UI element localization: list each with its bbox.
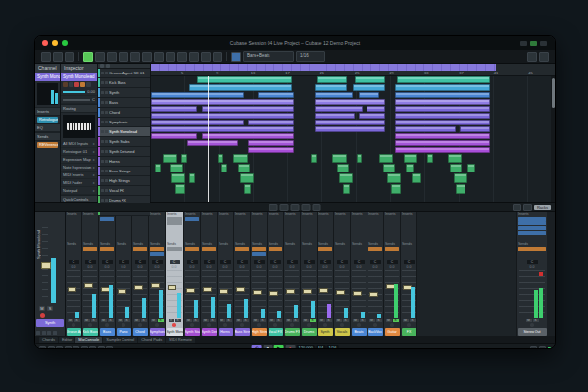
channel-fader[interactable] — [167, 270, 182, 318]
tab-midi-remote[interactable]: MIDI Remote — [166, 337, 195, 343]
mixer-channel[interactable]: InsertsSendsC0.0MSBeats — [351, 212, 368, 336]
inspector-row-expression-map[interactable]: Expression Map▸ — [61, 156, 97, 164]
channel-eq-header[interactable]: EQ — [35, 123, 60, 132]
channel-fader[interactable] — [185, 270, 199, 318]
track-lane[interactable] — [151, 120, 555, 126]
solo-button[interactable]: S — [276, 318, 282, 323]
solo-button[interactable] — [105, 111, 108, 114]
midi-event[interactable] — [202, 106, 295, 112]
track-row[interactable]: Synth — [98, 88, 150, 98]
insert-slot[interactable] — [518, 217, 546, 220]
quantize-select[interactable]: 1/16 — [296, 51, 325, 62]
mixer-channel[interactable]: InsertsSendsC0.0MSSynth — [318, 212, 334, 336]
record-enable-button[interactable] — [357, 323, 361, 327]
channel-fader[interactable] — [235, 270, 249, 318]
send-slot[interactable] — [202, 247, 216, 251]
fader-cap[interactable] — [134, 285, 143, 290]
mute-button[interactable]: M — [151, 318, 157, 323]
record-enable-button[interactable] — [340, 323, 344, 327]
inspector-track-label[interactable]: Synth Monolead — [61, 74, 97, 81]
track-row[interactable]: Chord — [98, 108, 150, 118]
send-slot[interactable] — [318, 247, 332, 251]
midi-event[interactable] — [353, 84, 385, 91]
solo-button[interactable]: S — [210, 318, 216, 323]
fader-cap[interactable] — [186, 288, 195, 293]
midi-event[interactable] — [151, 92, 244, 98]
channel-name-label[interactable]: Drums — [302, 328, 317, 336]
track-lane[interactable] — [151, 99, 555, 106]
mute-button[interactable] — [63, 82, 68, 87]
solo-button[interactable]: S — [124, 318, 130, 323]
fader-cap[interactable] — [369, 292, 378, 297]
track-lane[interactable] — [151, 76, 555, 84]
track-lane[interactable] — [151, 140, 555, 147]
solo-button[interactable] — [69, 82, 74, 87]
send-slot[interactable] — [252, 247, 266, 251]
channel-fader[interactable] — [100, 270, 114, 318]
send-slot[interactable] — [269, 247, 282, 251]
solo-button[interactable] — [105, 199, 108, 202]
mute-button[interactable]: M — [369, 318, 375, 323]
solo-button[interactable]: S — [393, 318, 399, 323]
solo-button[interactable]: S — [141, 318, 147, 323]
tab-mixconsole[interactable]: MixConsole — [75, 337, 102, 343]
punch-out-icon[interactable] — [89, 346, 96, 350]
send-slot[interactable] — [385, 247, 399, 251]
mixer-prev-icon[interactable] — [280, 204, 289, 211]
mute-button[interactable]: M — [203, 318, 209, 323]
volume-slider[interactable] — [63, 91, 85, 93]
track-lane[interactable] — [151, 133, 555, 140]
midi-event[interactable] — [197, 76, 292, 83]
midi-event[interactable] — [367, 106, 385, 112]
record-enable-button[interactable] — [273, 323, 277, 327]
mixer-visibility-icon[interactable] — [513, 204, 521, 211]
fader-cap[interactable] — [220, 289, 228, 294]
midi-event[interactable] — [175, 184, 185, 194]
solo-button[interactable]: S — [293, 318, 299, 323]
record-enable-button[interactable] — [323, 323, 327, 327]
history-icon[interactable] — [53, 52, 63, 62]
channel-send-slot[interactable]: REVerence — [37, 142, 58, 148]
mute-button[interactable] — [101, 81, 104, 84]
mute-button[interactable]: M — [169, 318, 174, 323]
midi-in-icon[interactable] — [539, 346, 546, 350]
quick-controls-header[interactable]: Quick Controls — [61, 195, 97, 202]
midi-event[interactable] — [248, 147, 294, 153]
record-enable-button[interactable] — [373, 323, 377, 327]
channel-fader[interactable] — [385, 270, 399, 318]
mixer-channel[interactable]: InsertsSendsC0.0MSGroove Agent — [66, 212, 82, 336]
midi-event[interactable] — [395, 106, 490, 112]
send-slot[interactable] — [100, 247, 114, 251]
vertical-scrollbar[interactable] — [551, 76, 555, 202]
midi-event[interactable] — [383, 164, 395, 172]
record-enable-button[interactable] — [223, 323, 227, 327]
solo-button[interactable]: S — [410, 318, 416, 323]
channel-name-label[interactable]: Symphonic — [150, 328, 165, 336]
timewarp-tool[interactable] — [166, 52, 175, 62]
record-enable-button[interactable] — [290, 323, 294, 327]
solo-button[interactable] — [105, 121, 108, 123]
send-slot[interactable] — [252, 252, 266, 256]
solo-button[interactable]: S — [226, 318, 232, 323]
midi-event[interactable] — [450, 164, 462, 172]
record-enable-button[interactable] — [530, 323, 534, 327]
midi-event[interactable] — [151, 106, 197, 112]
record-enable-button[interactable] — [105, 323, 109, 327]
midi-event[interactable] — [317, 76, 347, 83]
pan-row[interactable]: C — [61, 96, 97, 104]
channel-fader[interactable] — [117, 270, 130, 318]
scrollbar-thumb[interactable] — [552, 78, 555, 108]
solo-button[interactable]: S — [343, 318, 349, 323]
channel-name-label[interactable]: Bass Strings — [235, 328, 250, 336]
window-menu-icon[interactable] — [540, 41, 547, 46]
send-slot[interactable] — [185, 247, 199, 251]
midi-event[interactable] — [163, 154, 176, 163]
record-button[interactable]: ● — [285, 345, 295, 349]
track-lane[interactable] — [151, 173, 555, 184]
mixer-channel[interactable]: InsertsSendsC0.0MSHorns — [218, 212, 234, 336]
channel-fader[interactable] — [352, 270, 366, 318]
leftzone-icon[interactable] — [36, 331, 40, 335]
mixer-channel[interactable]: InsertsSendsC0.0MSSynth Detuned — [201, 212, 218, 336]
midi-event[interactable] — [181, 154, 187, 163]
solo-button[interactable]: S — [175, 318, 181, 323]
